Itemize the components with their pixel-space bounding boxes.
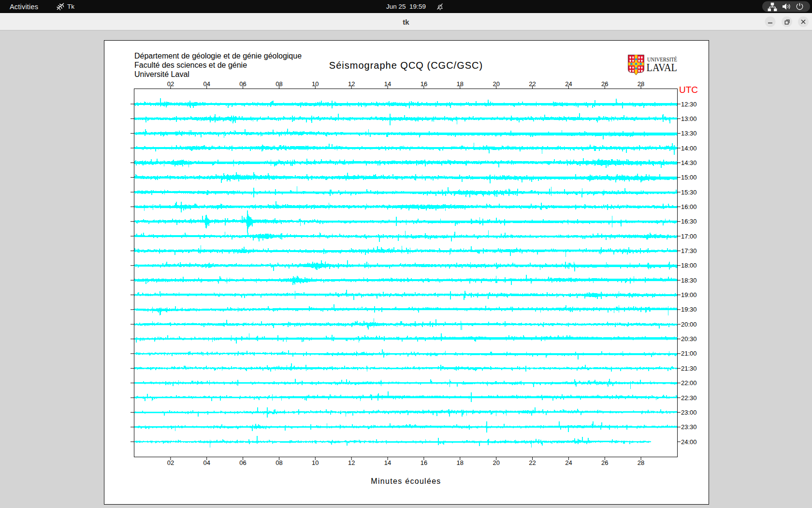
svg-text:14: 14 [384,459,391,466]
svg-text:20: 20 [493,459,499,466]
svg-text:26: 26 [601,459,608,466]
svg-text:19:00: 19:00 [681,291,697,299]
svg-text:10: 10 [312,80,319,88]
svg-text:12: 12 [348,459,355,466]
svg-text:18: 18 [457,459,464,466]
svg-text:23:00: 23:00 [681,409,697,416]
svg-text:18:00: 18:00 [681,262,697,269]
svg-text:22: 22 [529,459,536,466]
svg-text:16: 16 [420,80,427,88]
svg-text:08: 08 [276,459,282,466]
svg-text:Département de géologie et de: Département de géologie et de génie géol… [134,52,302,60]
svg-text:06: 06 [239,80,246,88]
svg-text:17:30: 17:30 [681,247,697,254]
svg-text:12: 12 [348,80,355,88]
svg-text:02: 02 [167,80,174,88]
svg-text:21:00: 21:00 [681,350,697,357]
svg-text:Faculté des sciences et de gén: Faculté des sciences et de génie [134,61,247,69]
svg-text:Jun 25 19:59: Jun 25 19:59 [386,3,426,10]
svg-text:06: 06 [239,459,246,466]
svg-text:Minutes écoulées: Minutes écoulées [371,477,441,485]
svg-text:tk: tk [403,18,409,26]
svg-text:Séismographe QCQ (CGC/GSC): Séismographe QCQ (CGC/GSC) [329,60,483,71]
svg-text:18: 18 [457,80,464,88]
svg-text:13:00: 13:00 [681,115,697,122]
svg-text:28: 28 [638,459,644,466]
svg-text:13:30: 13:30 [681,130,697,137]
svg-text:26: 26 [601,80,608,88]
svg-text:16: 16 [420,459,427,466]
svg-text:14:30: 14:30 [681,159,697,166]
svg-text:12:30: 12:30 [681,101,697,108]
svg-text:23:30: 23:30 [681,423,697,431]
svg-text:18:30: 18:30 [681,277,697,284]
svg-text:LAVAL: LAVAL [647,61,678,74]
svg-text:14:00: 14:00 [681,145,697,152]
svg-text:28: 28 [638,80,644,88]
svg-text:22: 22 [529,80,536,88]
svg-text:16:00: 16:00 [681,203,697,210]
svg-text:15:00: 15:00 [681,174,697,181]
svg-text:22:00: 22:00 [681,379,697,387]
svg-text:24:00: 24:00 [681,438,697,446]
svg-text:24: 24 [565,459,572,466]
svg-text:10: 10 [312,459,319,466]
svg-text:24: 24 [565,80,572,88]
svg-text:04: 04 [203,459,210,466]
svg-text:22:30: 22:30 [681,394,697,402]
svg-text:20: 20 [493,80,499,88]
svg-text:Université Laval: Université Laval [134,70,189,78]
svg-text:08: 08 [276,80,282,88]
svg-text:04: 04 [203,80,210,88]
svg-text:Activities: Activities [10,3,38,11]
svg-text:21:30: 21:30 [681,365,697,372]
svg-text:14: 14 [384,80,391,88]
svg-text:02: 02 [167,459,174,466]
svg-text:19:30: 19:30 [681,306,697,313]
svg-text:15:30: 15:30 [681,189,697,196]
svg-text:17:00: 17:00 [681,233,697,240]
svg-text:Tk: Tk [67,3,74,10]
svg-text:UTC: UTC [679,85,698,95]
svg-text:20:30: 20:30 [681,335,697,343]
svg-text:20:00: 20:00 [681,321,697,328]
svg-text:16:30: 16:30 [681,218,697,225]
